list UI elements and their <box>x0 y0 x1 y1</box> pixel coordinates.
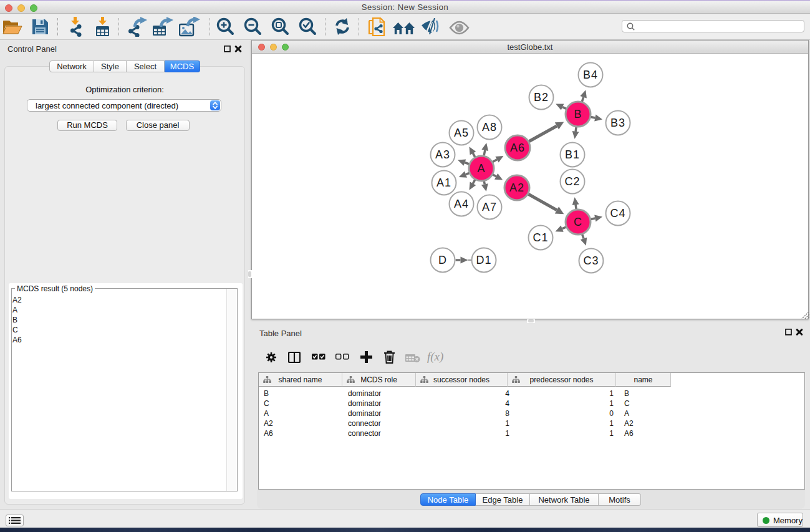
svg-text:C4: C4 <box>610 207 625 220</box>
svg-text:C1: C1 <box>533 231 548 244</box>
svg-text:C2: C2 <box>564 175 580 188</box>
svg-text:C: C <box>574 216 582 228</box>
svg-text:A1: A1 <box>436 177 451 189</box>
svg-text:A3: A3 <box>435 148 450 161</box>
svg-text:A2: A2 <box>509 181 524 194</box>
svg-text:A4: A4 <box>454 198 469 210</box>
svg-text:A5: A5 <box>454 127 469 139</box>
svg-text:C3: C3 <box>583 254 599 267</box>
svg-text:D1: D1 <box>476 254 491 266</box>
svg-text:B1: B1 <box>565 148 580 161</box>
svg-text:B3: B3 <box>610 117 625 129</box>
svg-text:B2: B2 <box>534 91 549 104</box>
svg-text:A6: A6 <box>510 142 525 154</box>
svg-text:B4: B4 <box>583 69 598 81</box>
svg-text:B: B <box>574 108 582 120</box>
svg-text:A7: A7 <box>482 201 497 213</box>
svg-text:D: D <box>438 254 447 266</box>
svg-text:A8: A8 <box>482 121 497 133</box>
svg-text:A: A <box>477 162 485 175</box>
